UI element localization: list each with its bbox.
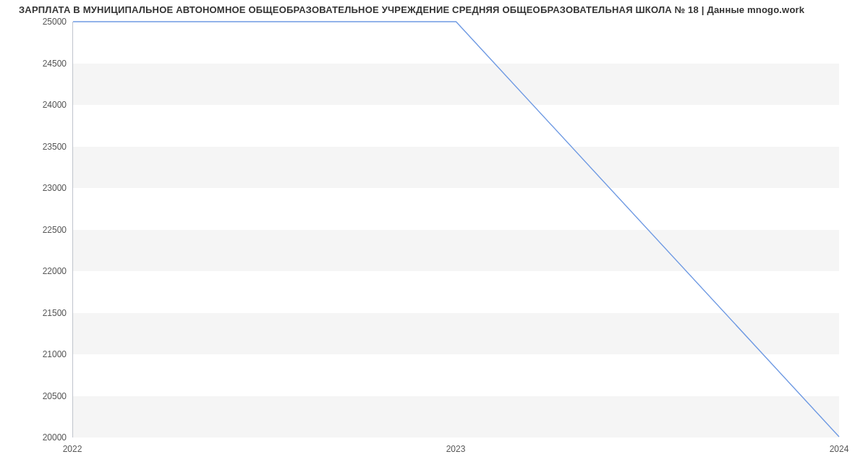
salary-line-chart: ЗАРПЛАТА В МУНИЦИПАЛЬНОЕ АВТОНОМНОЕ ОБЩЕ…: [0, 0, 868, 470]
y-tick-label: 22500: [9, 225, 67, 235]
y-tick-label: 24500: [9, 59, 67, 69]
x-tick-label: 2023: [446, 444, 466, 454]
y-tick-label: 20500: [9, 391, 67, 401]
y-tick-label: 23000: [9, 183, 67, 193]
y-tick-label: 21500: [9, 308, 67, 318]
series-line: [73, 22, 839, 437]
chart-title: ЗАРПЛАТА В МУНИЦИПАЛЬНОЕ АВТОНОМНОЕ ОБЩЕ…: [19, 4, 804, 15]
y-tick-label: 23500: [9, 142, 67, 152]
plot-area: [72, 22, 839, 437]
y-tick-label: 20000: [9, 432, 67, 443]
y-tick-label: 21000: [9, 349, 67, 359]
x-tick-label: 2022: [63, 444, 82, 454]
y-tick-label: 24000: [9, 100, 67, 110]
x-tick-label: 2024: [830, 444, 849, 454]
y-tick-label: 25000: [9, 17, 67, 27]
line-layer: [73, 22, 839, 437]
y-tick-label: 22000: [9, 266, 67, 276]
